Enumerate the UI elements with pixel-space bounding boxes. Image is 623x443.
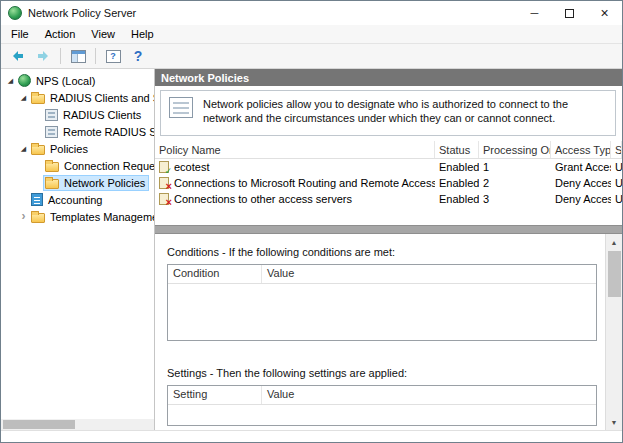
minimize-button[interactable]: ─	[517, 1, 552, 25]
expander-expanded-icon[interactable]: ◢	[17, 140, 30, 157]
policy-deny-icon	[159, 177, 169, 189]
accounting-icon	[31, 193, 43, 206]
policy-status: Enabled	[435, 193, 479, 205]
tree-horizontal-scrollbar[interactable]	[1, 419, 154, 430]
policy-name: Connections to other access servers	[174, 193, 352, 205]
tree-item-label: Remote RADIUS Server	[63, 126, 154, 138]
tree-item-accounting[interactable]: Accounting	[1, 191, 154, 208]
tree-item-remote-radius-server[interactable]: Remote RADIUS Server	[1, 123, 154, 140]
tree-item-templates-management[interactable]: › Templates Management	[1, 208, 154, 225]
window-controls: ─ ×	[517, 1, 622, 25]
folder-icon	[31, 213, 45, 223]
help-button[interactable]	[126, 46, 150, 67]
forward-button[interactable]	[31, 46, 55, 67]
policies-list-header: Policy Name Status Processing Order Acce…	[155, 141, 622, 159]
tree-item-connection-request-policies[interactable]: Connection Request Po	[1, 157, 154, 174]
policy-deny-icon	[159, 193, 169, 205]
menu-file[interactable]: File	[3, 25, 37, 43]
menu-view[interactable]: View	[83, 25, 123, 43]
policy-order: 3	[479, 193, 551, 205]
expander-expanded-icon[interactable]: ◢	[4, 72, 17, 89]
menu-action[interactable]: Action	[37, 25, 84, 43]
remote-radius-server-icon	[45, 126, 58, 138]
column-header-value[interactable]: Value	[262, 265, 596, 283]
minimize-icon: ─	[531, 7, 539, 19]
scroll-up-icon[interactable]: ▲	[606, 234, 623, 250]
scrollbar-thumb[interactable]	[3, 420, 75, 429]
policy-access-type: Deny Access	[551, 193, 611, 205]
tree-item-label: Accounting	[48, 194, 102, 206]
window-bottom-strip	[1, 430, 622, 442]
column-header-processing-order[interactable]: Processing Order	[479, 141, 551, 158]
app-globe-icon	[8, 6, 22, 20]
policy-row-ms-routing-remote-access[interactable]: Connections to Microsoft Routing and Rem…	[155, 175, 622, 191]
folder-icon	[31, 145, 45, 155]
maximize-icon	[565, 9, 574, 18]
column-header-setting[interactable]: Setting	[168, 386, 262, 404]
tree-item-radius-clients-and-servers[interactable]: ◢ RADIUS Clients and Servers	[1, 89, 154, 106]
globe-icon	[18, 74, 31, 87]
console-tree-icon	[71, 50, 86, 63]
policy-row-ecotest[interactable]: ecotest Enabled 1 Grant Access U	[155, 159, 622, 175]
title-bar[interactable]: Network Policy Server ─ ×	[1, 1, 622, 25]
close-button[interactable]: ×	[587, 1, 622, 25]
back-button[interactable]	[6, 46, 30, 67]
show-console-tree-button[interactable]	[66, 46, 90, 67]
description-box: Network policies allow you to designate …	[160, 90, 616, 136]
menu-bar: File Action View Help	[1, 25, 622, 44]
column-header-condition[interactable]: Condition	[168, 265, 262, 283]
nps-console-window: Network Policy Server ─ × File Action Vi…	[0, 0, 623, 443]
tree-item-label: RADIUS Clients	[63, 109, 141, 121]
properties-help-button[interactable]	[101, 46, 125, 67]
content-panel: Network Policies Network policies allow …	[155, 69, 622, 430]
description-text: Network policies allow you to designate …	[203, 97, 607, 126]
column-header-status[interactable]: Status	[435, 141, 479, 158]
scroll-down-icon[interactable]: ▼	[606, 414, 623, 430]
menu-help[interactable]: Help	[123, 25, 162, 43]
policy-source: U	[611, 193, 622, 205]
column-header-access-type[interactable]: Access Type	[551, 141, 611, 158]
policy-info-icon	[169, 97, 193, 118]
policy-access-type: Grant Access	[551, 161, 611, 173]
toolbar-separator	[95, 48, 96, 64]
folder-icon	[31, 94, 45, 104]
policy-details-pane: Conditions - If the following conditions…	[155, 234, 622, 430]
toolbar-separator	[60, 48, 61, 64]
column-header-value[interactable]: Value	[262, 386, 596, 404]
policy-name: ecotest	[174, 161, 209, 173]
settings-section-title: Settings - Then the following settings a…	[167, 367, 597, 379]
view-header: Network Policies	[155, 69, 622, 86]
conditions-table-header: Condition Value	[168, 265, 596, 284]
tree-item-policies[interactable]: ◢ Policies	[1, 140, 154, 157]
policy-source: U	[611, 177, 622, 189]
details-vertical-scrollbar[interactable]: ▲ ▼	[605, 234, 622, 430]
close-icon: ×	[600, 5, 608, 21]
console-tree: ◢ NPS (Local) ◢ RADIUS Clients and Serve…	[1, 69, 154, 419]
pane-splitter[interactable]	[155, 225, 622, 234]
policy-row-other-access-servers[interactable]: Connections to other access servers Enab…	[155, 191, 622, 207]
tree-item-radius-clients[interactable]: RADIUS Clients	[1, 106, 154, 123]
console-tree-panel: ◢ NPS (Local) ◢ RADIUS Clients and Serve…	[1, 69, 155, 430]
help-window-icon	[106, 50, 121, 63]
column-header-source[interactable]: S	[611, 141, 622, 158]
policy-access-type: Deny Access	[551, 177, 611, 189]
scrollbar-thumb[interactable]	[608, 251, 621, 297]
forward-arrow-icon	[38, 51, 48, 61]
tree-item-label: RADIUS Clients and Servers	[50, 92, 154, 104]
maximize-button[interactable]	[552, 1, 587, 25]
tree-item-label: Templates Management	[50, 211, 154, 223]
expander-collapsed-icon[interactable]: ›	[17, 208, 30, 225]
toolbar	[1, 44, 622, 69]
selected-tree-item[interactable]: Network Policies	[44, 176, 148, 190]
policy-status: Enabled	[435, 177, 479, 189]
settings-table-body	[168, 405, 596, 425]
policy-status: Enabled	[435, 161, 479, 173]
expander-expanded-icon[interactable]: ◢	[17, 89, 30, 106]
main-area: ◢ NPS (Local) ◢ RADIUS Clients and Serve…	[1, 69, 622, 430]
tree-item-network-policies[interactable]: Network Policies	[1, 174, 154, 191]
policy-grant-icon	[159, 161, 169, 173]
column-header-policy-name[interactable]: Policy Name	[155, 141, 435, 158]
view-header-title: Network Policies	[161, 72, 249, 84]
tree-item-nps-local[interactable]: ◢ NPS (Local)	[1, 72, 154, 89]
policy-source: U	[611, 161, 622, 173]
